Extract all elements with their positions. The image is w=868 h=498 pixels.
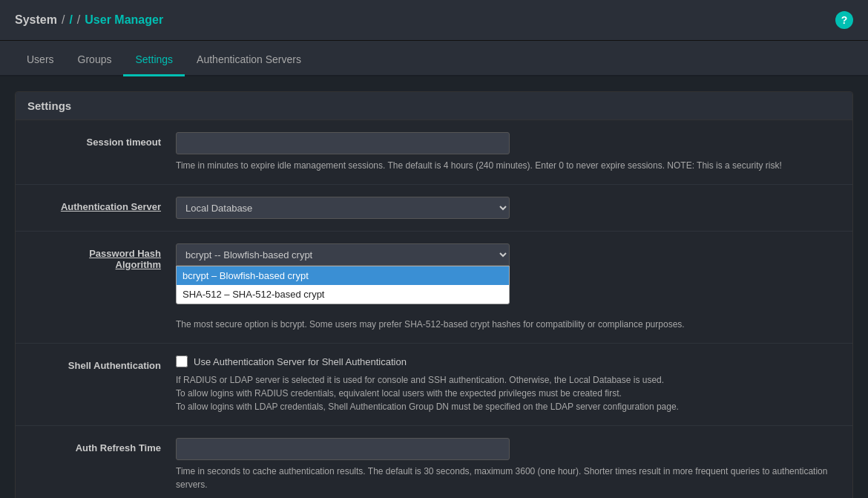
auth-refresh-help: Time in seconds to cache authentication … bbox=[176, 465, 841, 491]
tabbar: Users Groups Settings Authentication Ser… bbox=[0, 41, 868, 76]
tab-users[interactable]: Users bbox=[15, 45, 66, 76]
session-timeout-row: Session timeout Time in minutes to expir… bbox=[16, 120, 852, 185]
password-hash-select[interactable]: bcrypt -- Blowfish-based crypt SHA-512 -… bbox=[176, 243, 510, 266]
tab-settings[interactable]: Settings bbox=[123, 45, 185, 76]
shell-auth-checkbox-row: Use Authentication Server for Shell Auth… bbox=[176, 356, 841, 367]
password-hash-label: Password HashAlgorithm bbox=[27, 243, 176, 270]
session-timeout-content: Time in minutes to expire idle managemen… bbox=[176, 132, 841, 172]
session-timeout-input[interactable] bbox=[176, 132, 510, 154]
auth-server-label: Authentication Server bbox=[27, 197, 176, 212]
breadcrumb: System / / / User Manager bbox=[15, 13, 163, 27]
password-hash-content: bcrypt -- Blowfish-based crypt SHA-512 -… bbox=[176, 243, 841, 331]
topbar: System / / / User Manager ? bbox=[0, 0, 868, 41]
settings-card-header: Settings bbox=[16, 92, 852, 120]
password-hash-dropdown-list: bcrypt – Blowfish-based crypt SHA-512 – … bbox=[176, 266, 510, 304]
auth-server-select[interactable]: Local Database bbox=[176, 197, 510, 219]
breadcrumb-user-manager[interactable]: / bbox=[69, 13, 72, 27]
auth-refresh-content: Time in seconds to cache authentication … bbox=[176, 438, 841, 491]
main-content: Settings Session timeout Time in minutes… bbox=[0, 76, 868, 498]
settings-card: Settings Session timeout Time in minutes… bbox=[15, 91, 853, 498]
password-hash-dropdown-wrapper: bcrypt -- Blowfish-based crypt SHA-512 -… bbox=[176, 243, 510, 266]
auth-refresh-row: Auth Refresh Time Time in seconds to cac… bbox=[16, 426, 852, 498]
help-icon[interactable]: ? bbox=[835, 11, 853, 29]
tab-auth-servers[interactable]: Authentication Servers bbox=[185, 45, 313, 76]
dropdown-item-sha512[interactable]: SHA-512 – SHA-512-based crypt bbox=[177, 285, 509, 304]
shell-auth-content: Use Authentication Server for Shell Auth… bbox=[176, 356, 841, 413]
breadcrumb-system: System bbox=[15, 13, 57, 27]
session-timeout-label: Session timeout bbox=[27, 132, 176, 148]
password-hash-row: Password HashAlgorithm bcrypt -- Blowfis… bbox=[16, 232, 852, 344]
auth-refresh-label: Auth Refresh Time bbox=[27, 438, 176, 453]
shell-auth-label: Shell Authentication bbox=[27, 356, 176, 371]
auth-server-content: Local Database bbox=[176, 197, 841, 219]
auth-server-row: Authentication Server Local Database bbox=[16, 185, 852, 232]
shell-auth-checkbox-label: Use Authentication Server for Shell Auth… bbox=[194, 356, 407, 367]
auth-refresh-input[interactable] bbox=[176, 438, 510, 460]
tab-groups[interactable]: Groups bbox=[66, 45, 124, 76]
breadcrumb-sep-1: / bbox=[62, 13, 65, 27]
shell-auth-checkbox[interactable] bbox=[176, 356, 188, 367]
shell-auth-row: Shell Authentication Use Authentication … bbox=[16, 344, 852, 426]
shell-auth-help: If RADIUS or LDAP server is selected it … bbox=[176, 373, 841, 413]
breadcrumb-settings[interactable]: User Manager bbox=[85, 13, 163, 27]
breadcrumb-sep-2: / bbox=[77, 13, 80, 27]
password-hash-help: The most secure option is bcrypt. Some u… bbox=[176, 318, 841, 331]
dropdown-item-bcrypt[interactable]: bcrypt – Blowfish-based crypt bbox=[177, 266, 509, 285]
session-timeout-help: Time in minutes to expire idle managemen… bbox=[176, 159, 841, 172]
